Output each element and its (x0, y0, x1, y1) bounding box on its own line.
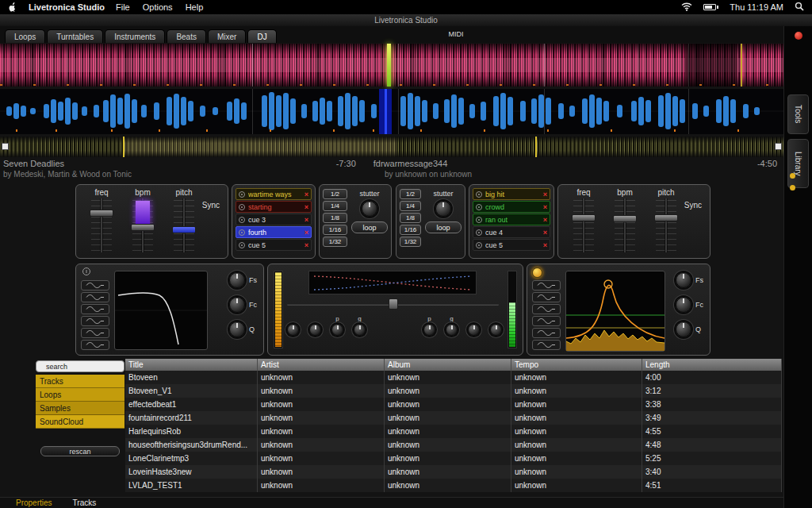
cue-remove-button[interactable]: × (543, 203, 547, 211)
table-column-header[interactable]: Artist (258, 359, 385, 371)
cue-row[interactable]: starting × (236, 201, 312, 213)
loop-button[interactable]: loop (351, 221, 388, 233)
filter-knob[interactable] (229, 297, 245, 313)
mixer-knob[interactable] (287, 324, 299, 336)
cue-row[interactable]: crowd × (473, 201, 550, 213)
stutter-fraction-button[interactable]: 1/2 (323, 189, 347, 199)
bpm-slider-left[interactable] (127, 198, 159, 252)
library-category[interactable]: Loops (36, 388, 124, 402)
mixer-knob[interactable] (309, 324, 321, 336)
apple-logo-icon[interactable] (8, 1, 17, 13)
menu-item[interactable]: Options (143, 2, 173, 12)
cue-row[interactable]: cue 5 × (236, 239, 312, 251)
cue-row[interactable]: big hit × (473, 188, 550, 200)
app-menu-title[interactable]: Livetronica Studio (29, 2, 105, 12)
filter-shape-button[interactable] (532, 304, 561, 314)
filter-knob[interactable] (676, 321, 691, 337)
filter-knob[interactable] (229, 321, 245, 337)
stutter-fraction-button[interactable]: 1/16 (400, 225, 421, 235)
battery-icon[interactable] (703, 4, 718, 10)
filter-knob[interactable] (676, 297, 691, 313)
cue-row[interactable]: cue 5 × (473, 239, 550, 251)
table-row[interactable]: houseoftherisingsun3drumRend... unknown … (125, 438, 782, 452)
table-row[interactable]: fountainrecord211 unknown unknown unknow… (125, 411, 782, 425)
search-input[interactable] (36, 360, 124, 372)
power-icon[interactable] (82, 267, 90, 275)
filter-shape-button[interactable] (532, 328, 561, 338)
cue-remove-button[interactable]: × (304, 203, 308, 211)
stutter-knob[interactable] (362, 201, 377, 217)
table-row[interactable]: LVLAD_TEST1 unknown unknown unknown 4:51 (125, 479, 782, 492)
gain-knob[interactable] (446, 324, 458, 336)
cue-row[interactable]: fourth × (236, 226, 312, 238)
freq-slider-left[interactable] (86, 198, 117, 252)
cue-row[interactable]: cue 3 × (236, 214, 312, 225)
stutter-fraction-button[interactable]: 1/16 (323, 225, 347, 235)
tools-side-tab[interactable]: Tools (787, 94, 809, 134)
view-tab[interactable]: Turntables (47, 29, 103, 43)
stutter-knob[interactable] (435, 201, 451, 217)
cue-remove-button[interactable]: × (304, 190, 308, 198)
cue-remove-button[interactable]: × (543, 241, 547, 249)
table-column-header[interactable]: Tempo (511, 359, 642, 371)
menu-item[interactable]: File (116, 2, 130, 12)
spectrum-display[interactable] (565, 271, 665, 352)
table-row[interactable]: effectedbeat1 unknown unknown unknown 3:… (125, 398, 782, 411)
stutter-fraction-button[interactable]: 1/8 (323, 213, 347, 223)
cue-row[interactable]: ran out × (473, 214, 550, 225)
view-tab[interactable]: Mixer (208, 29, 246, 43)
stutter-fraction-button[interactable]: 1/32 (400, 237, 421, 247)
view-tab[interactable]: Beats (167, 29, 206, 43)
crossfader-thumb[interactable] (389, 298, 398, 310)
table-column-header[interactable]: Length (642, 359, 782, 371)
freq-slider-right[interactable] (568, 198, 599, 252)
rescan-button[interactable]: rescan (40, 446, 120, 456)
filter-shape-button[interactable] (81, 280, 109, 291)
view-tab[interactable]: DJ (247, 29, 276, 43)
stutter-fraction-button[interactable]: 1/2 (400, 189, 421, 199)
stutter-fraction-button[interactable]: 1/4 (323, 201, 347, 211)
mixer-knob[interactable] (490, 324, 502, 336)
filter-knob[interactable] (229, 272, 245, 288)
filter-shape-button[interactable] (81, 316, 109, 326)
table-row[interactable]: LoneClarinetmp3 unknown unknown unknown … (125, 452, 782, 465)
library-category[interactable]: SoundCloud (36, 415, 124, 429)
filter-knob[interactable] (676, 272, 691, 288)
filter-shape-button[interactable] (532, 340, 561, 350)
menubar-clock[interactable]: Thu 11:19 AM (730, 2, 783, 12)
filter-curve-display[interactable] (114, 271, 208, 350)
overview-waveform[interactable] (0, 137, 783, 157)
view-tab[interactable]: Loops (5, 29, 45, 43)
filter-shape-button[interactable] (81, 328, 109, 338)
gain-knob[interactable] (354, 324, 366, 336)
enabled-indicator-icon[interactable] (532, 267, 542, 278)
mixer-knob[interactable] (468, 324, 480, 336)
overview-handle-left[interactable] (2, 143, 9, 150)
menu-item[interactable]: Help (186, 2, 204, 12)
table-row[interactable]: HarlequinsRob unknown unknown unknown 4:… (125, 425, 782, 438)
cue-remove-button[interactable]: × (543, 229, 547, 237)
pan-knob[interactable] (331, 324, 343, 336)
cue-remove-button[interactable]: × (304, 216, 308, 224)
bpm-slider-right[interactable] (609, 198, 641, 252)
overview-handle-right[interactable] (775, 143, 782, 150)
loop-button[interactable]: loop (425, 221, 462, 233)
filter-shape-button[interactable] (532, 316, 561, 326)
deck-waveform[interactable] (0, 89, 783, 134)
pitch-slider-right[interactable] (650, 198, 682, 252)
stutter-fraction-button[interactable]: 1/4 (400, 201, 421, 211)
tracks-tab[interactable]: Tracks (73, 498, 97, 507)
library-side-tab[interactable]: Library (787, 139, 809, 188)
filter-shape-button[interactable] (532, 292, 561, 302)
stutter-fraction-button[interactable]: 1/8 (400, 213, 421, 223)
table-row[interactable]: Btoveen unknown unknown unknown 4:00 (125, 371, 782, 384)
wifi-icon[interactable] (681, 2, 692, 13)
properties-tab[interactable]: Properties (16, 498, 52, 507)
crossfader[interactable] (287, 298, 499, 310)
cue-row[interactable]: cue 4 × (473, 226, 550, 238)
filter-shape-button[interactable] (81, 304, 109, 314)
cue-remove-button[interactable]: × (543, 190, 547, 198)
sync-button-right[interactable]: Sync (684, 201, 702, 210)
library-category[interactable]: Tracks (36, 375, 124, 388)
table-row[interactable]: Btoveen_V1 unknown unknown unknown 3:12 (125, 384, 782, 398)
